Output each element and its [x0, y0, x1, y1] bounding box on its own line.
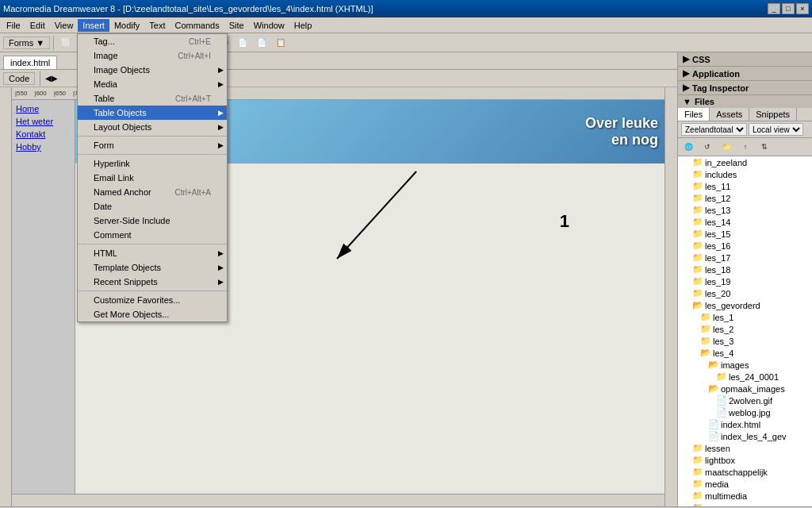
site-selector[interactable]: Zeelandtotaal	[681, 123, 747, 136]
menu-modify[interactable]: Modify	[109, 19, 144, 32]
menu-insert-server-side[interactable]: Server-Side Include	[78, 214, 227, 228]
nav-kontakt[interactable]: Kontakt	[15, 129, 71, 140]
application-triangle-icon: ▶	[683, 68, 689, 79]
tree-item-index-html[interactable]: 📄 index.html	[678, 418, 812, 430]
nav-home[interactable]: Home	[15, 103, 71, 114]
close-button[interactable]: ×	[796, 3, 809, 14]
tree-btn-up[interactable]: ↑	[737, 139, 754, 155]
application-panel-section: ▶ Application	[678, 67, 812, 81]
tree-item-les16[interactable]: 📁 les_16	[678, 240, 812, 252]
menu-window[interactable]: Window	[249, 19, 289, 32]
tree-item-2wolven[interactable]: 📄 2wolven.gif	[678, 394, 812, 406]
forms-dropdown-button[interactable]: Forms ▼	[3, 37, 50, 49]
view-selector[interactable]: Local view	[749, 123, 803, 136]
tree-item-les19[interactable]: 📁 les_19	[678, 275, 812, 287]
menu-insert-form[interactable]: Form	[78, 138, 227, 152]
vertical-ruler	[0, 87, 12, 506]
tree-btn-folder[interactable]: 📁	[718, 139, 735, 155]
tree-item-les4[interactable]: 📂 les_4	[678, 347, 812, 359]
menu-insert-customize[interactable]: Customize Favorites...	[78, 293, 227, 307]
tree-btn-site[interactable]: 🌐	[680, 139, 697, 155]
tree-item-les12[interactable]: 📁 les_12	[678, 192, 812, 204]
tree-item-les13[interactable]: 📁 les_13	[678, 204, 812, 216]
menu-insert-named-anchor[interactable]: Named Anchor Ctrl+Alt+A	[78, 185, 227, 199]
tag-inspector-header[interactable]: ▶ Tag Inspector	[678, 81, 812, 94]
css-label: CSS	[692, 55, 710, 64]
code-view-button[interactable]: Code	[3, 72, 35, 85]
menu-help[interactable]: Help	[289, 19, 317, 32]
nav-hobby[interactable]: Hobby	[15, 141, 71, 152]
menu-insert[interactable]: Insert	[78, 19, 109, 32]
tree-item-les11[interactable]: 📁 les_11	[678, 180, 812, 192]
files-panel-header[interactable]: ▼ Files	[678, 95, 812, 108]
forms-label: Forms ▼	[9, 38, 44, 48]
tree-item-les1[interactable]: 📁 les_1	[678, 311, 812, 323]
tree-item-images[interactable]: 📂 images	[678, 359, 812, 371]
toolbar-btn-10[interactable]: 📄	[234, 35, 251, 51]
menu-text[interactable]: Text	[144, 19, 170, 32]
tree-item-news[interactable]: 📁 news	[678, 502, 812, 506]
minimize-button[interactable]: _	[768, 3, 780, 14]
menu-insert-email-link[interactable]: Email Link	[78, 171, 227, 185]
menu-insert-table-objects[interactable]: Table Objects	[78, 106, 227, 120]
css-panel-header[interactable]: ▶ CSS	[678, 52, 812, 66]
menu-insert-media[interactable]: Media	[78, 77, 227, 91]
toolbar-btn-1[interactable]: ⬜	[57, 35, 75, 51]
tree-item-les18[interactable]: 📁 les_18	[678, 264, 812, 275]
titlebar: Macromedia Dreamweaver 8 - [D:\zeelandto…	[0, 0, 812, 17]
tree-item-les20[interactable]: 📁 les_20	[678, 287, 812, 299]
menu-insert-template-objects[interactable]: Template Objects	[78, 260, 227, 275]
tree-item-multimedia[interactable]: 📁 multimedia	[678, 490, 812, 502]
menu-edit[interactable]: Edit	[25, 19, 50, 32]
tree-btn-refresh[interactable]: ↺	[699, 139, 716, 155]
tab-index-html[interactable]: index.html	[3, 56, 57, 69]
tree-item-in-zeeland[interactable]: 📁 in_zeeland	[678, 156, 812, 168]
menu-insert-layout-objects[interactable]: Layout Objects	[78, 120, 227, 134]
tree-item-maatschappelijk[interactable]: 📁 maatschappelijk	[678, 466, 812, 478]
toolbar-btn-12[interactable]: 📋	[272, 35, 289, 51]
tree-item-opmaak[interactable]: 📂 opmaak_images	[678, 383, 812, 394]
tree-item-les15[interactable]: 📁 les_15	[678, 228, 812, 240]
tree-item-index-les4[interactable]: 📄 index_les_4_gev	[678, 430, 812, 442]
toolbar-btn-11[interactable]: 📄	[253, 35, 270, 51]
arrow-label-1: 1	[560, 211, 569, 232]
menu-insert-recent-snippets[interactable]: Recent Snippets	[78, 275, 227, 289]
menu-separator-1	[78, 136, 227, 137]
tab-assets[interactable]: Assets	[710, 108, 749, 121]
tree-item-weblog[interactable]: 📄 weblog.jpg	[678, 406, 812, 418]
tree-item-les24[interactable]: 📁 les_24_0001	[678, 371, 812, 383]
maximize-button[interactable]: □	[782, 3, 795, 14]
tag-inspector-triangle-icon: ▶	[683, 83, 689, 93]
tree-btn-sync[interactable]: ⇅	[756, 139, 773, 155]
menu-view[interactable]: View	[50, 19, 79, 32]
tree-item-lessen[interactable]: 📁 lessen	[678, 442, 812, 454]
menu-insert-image[interactable]: Image Ctrl+Alt+I	[78, 48, 227, 63]
menu-insert-date[interactable]: Date	[78, 199, 227, 214]
menu-insert-get-more[interactable]: Get More Objects...	[78, 307, 227, 321]
application-panel-header[interactable]: ▶ Application	[678, 67, 812, 80]
tree-item-les-gevorderd[interactable]: 📂 les_gevorderd	[678, 299, 812, 311]
tab-snippets[interactable]: Snippets	[749, 108, 797, 121]
vertical-scrollbar[interactable]	[665, 87, 677, 506]
menu-insert-tag[interactable]: Tag... Ctrl+E	[78, 34, 227, 48]
menu-commands[interactable]: Commands	[170, 19, 224, 32]
tree-item-media[interactable]: 📁 media	[678, 478, 812, 490]
tree-item-les2[interactable]: 📁 les_2	[678, 323, 812, 335]
toolbar-separator-1	[53, 36, 54, 50]
menu-insert-table[interactable]: Table Ctrl+Alt+T	[78, 91, 227, 106]
menu-site[interactable]: Site	[224, 19, 249, 32]
tree-item-includes[interactable]: 📁 includes	[678, 168, 812, 180]
tree-item-les14[interactable]: 📁 les_14	[678, 216, 812, 228]
tab-files[interactable]: Files	[678, 108, 710, 121]
tree-item-lightbox[interactable]: 📁 lightbox	[678, 454, 812, 466]
menu-insert-image-objects[interactable]: Image Objects	[78, 63, 227, 77]
menu-insert-comment[interactable]: Comment	[78, 228, 227, 242]
menu-insert-html[interactable]: HTML	[78, 246, 227, 260]
menu-file[interactable]: File	[2, 19, 25, 32]
nav-het-weter[interactable]: Het weter	[15, 116, 71, 127]
site-subtitle-text: Over leukeen nog	[585, 115, 658, 148]
menu-insert-hyperlink[interactable]: Hyperlink	[78, 156, 227, 171]
tree-item-les3[interactable]: 📁 les_3	[678, 335, 812, 347]
tree-item-les17[interactable]: 📁 les_17	[678, 252, 812, 264]
horizontal-scrollbar[interactable]	[12, 494, 665, 506]
